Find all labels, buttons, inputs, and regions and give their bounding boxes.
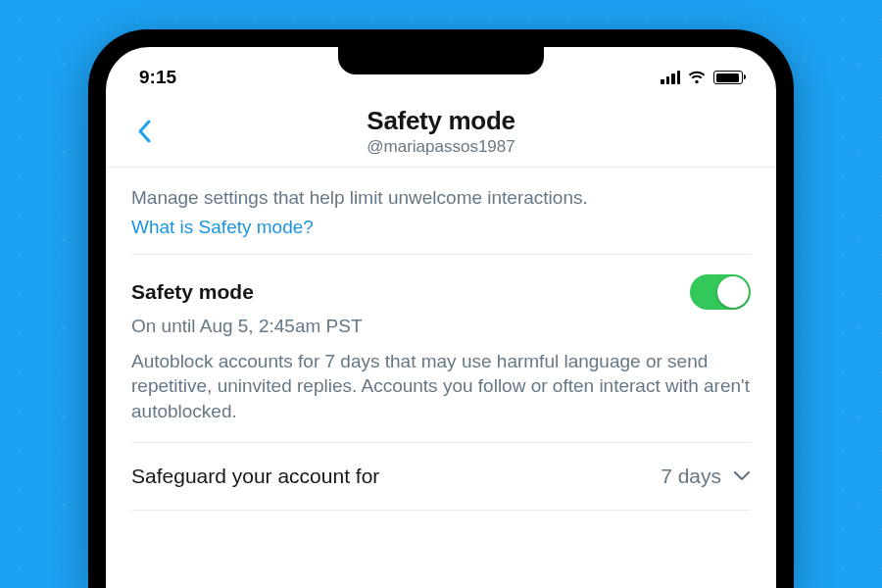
safeguard-value: 7 days <box>661 465 721 488</box>
safety-mode-label: Safety mode <box>131 280 254 304</box>
safety-mode-toggle[interactable] <box>690 274 751 310</box>
battery-icon <box>713 71 743 84</box>
cellular-icon <box>661 71 680 84</box>
what-is-safety-mode-link[interactable]: What is Safety mode? <box>131 217 751 238</box>
chevron-down-icon <box>733 470 751 481</box>
page-title: Safety mode <box>125 106 757 136</box>
safeguard-duration-row[interactable]: Safeguard your account for 7 days <box>131 443 751 511</box>
header-title-wrap: Safety mode @mariapassos1987 <box>125 106 757 157</box>
wifi-icon <box>687 71 707 84</box>
back-button[interactable] <box>129 117 159 146</box>
safety-mode-status: On until Aug 5, 2:45am PST <box>131 316 751 337</box>
nav-header: Safety mode @mariapassos1987 <box>106 94 776 168</box>
safeguard-value-wrap: 7 days <box>661 465 751 488</box>
safety-mode-header: Safety mode <box>131 274 751 310</box>
phone-notch <box>338 47 544 74</box>
safety-mode-description: Autoblock accounts for 7 days that may u… <box>131 349 751 424</box>
phone-screen: 9:15 Safety mode @mariapassos1987 <box>106 47 776 588</box>
safety-mode-setting: Safety mode On until Aug 5, 2:45am PST A… <box>131 255 751 443</box>
safeguard-label: Safeguard your account for <box>131 465 379 488</box>
account-handle: @mariapassos1987 <box>125 137 757 157</box>
intro-section: Manage settings that help limit unwelcom… <box>131 168 751 255</box>
phone-frame: 9:15 Safety mode @mariapassos1987 <box>88 29 794 588</box>
status-indicators <box>661 71 743 84</box>
intro-description: Manage settings that help limit unwelcom… <box>131 185 751 211</box>
toggle-knob <box>717 276 749 308</box>
chevron-left-icon <box>137 120 151 143</box>
status-time: 9:15 <box>139 67 176 88</box>
content-area: Manage settings that help limit unwelcom… <box>106 168 776 511</box>
